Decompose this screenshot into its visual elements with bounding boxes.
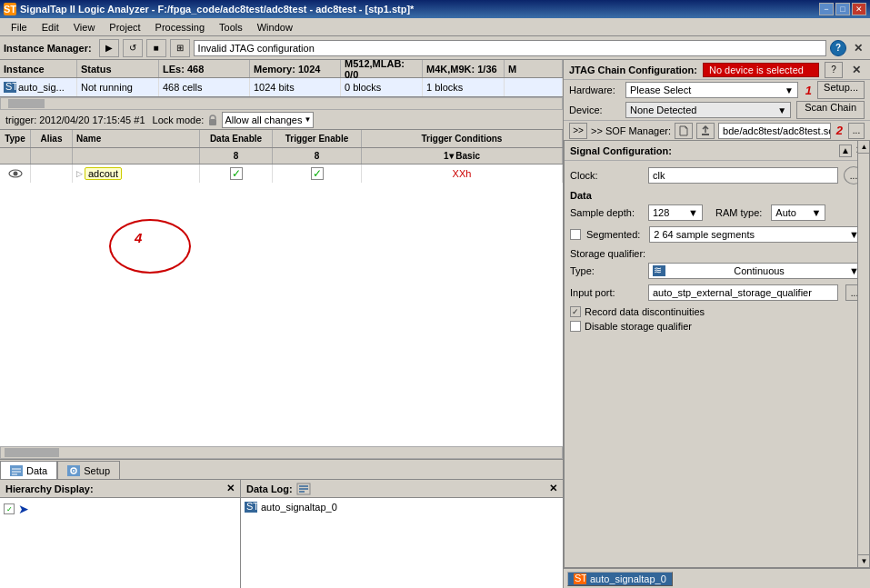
- trigger-enable-checkbox[interactable]: ✓: [311, 167, 324, 180]
- toolbar-config-button[interactable]: ⊞: [170, 39, 190, 57]
- signal-config-header: Signal Configuration: ▲ ✕: [565, 141, 869, 161]
- sof-btn-1[interactable]: >>: [569, 123, 587, 139]
- input-port-label: Input port:: [570, 287, 643, 298]
- scan-chain-button[interactable]: Scan Chain: [796, 101, 865, 119]
- right-bottom-bar: ST auto_signaltap_0: [564, 568, 870, 588]
- node-trigger-enable-cell: ✓: [273, 164, 362, 183]
- signal-config-vscroll[interactable]: ▲ ▼: [857, 141, 869, 567]
- menu-window[interactable]: Window: [250, 20, 300, 35]
- menu-view[interactable]: View: [66, 20, 103, 35]
- col-m512: M512,MLAB: 0/0: [341, 60, 423, 77]
- menu-project[interactable]: Project: [102, 20, 147, 35]
- eye-icon: [8, 168, 23, 179]
- vscroll-up-btn[interactable]: ▲: [858, 141, 870, 154]
- hardware-dropdown[interactable]: Please Select ▼: [625, 82, 798, 98]
- jtag-help-button[interactable]: ?: [830, 40, 846, 56]
- ram-type-select[interactable]: Auto ▼: [771, 204, 825, 221]
- node-data-row: ▷ adcout ✓ ✓ XXh: [0, 164, 563, 183]
- minimize-button[interactable]: −: [819, 3, 834, 15]
- sc-scroll-up-btn[interactable]: ▲: [839, 145, 852, 157]
- jtag-config-close-btn[interactable]: ✕: [848, 64, 865, 76]
- device-dropdown-arrow: ▼: [777, 105, 786, 115]
- jtag-help-icon-btn[interactable]: ?: [825, 62, 843, 78]
- auto-signaltap-icon: ST: [574, 573, 586, 584]
- menu-file[interactable]: File: [4, 20, 35, 35]
- app-icon: ST: [4, 3, 16, 15]
- node-subheader: 8 8 1▾ Basic: [0, 148, 563, 164]
- record-disc-label: Record data discontinuities: [585, 306, 705, 317]
- storage-qualifier-label-row: Storage qualifier:: [570, 248, 864, 259]
- signal-config-panel: Signal Configuration: ▲ ✕ Clock: clk ...: [564, 140, 870, 568]
- auto-signaltap-tab[interactable]: ST auto_signaltap_0: [567, 572, 673, 586]
- signal-hscroll[interactable]: [0, 446, 563, 459]
- clock-row: Clock: clk ... 3: [570, 166, 864, 184]
- segmented-select[interactable]: 2 64 sample segments ▼: [649, 226, 864, 243]
- svg-text:ST: ST: [246, 502, 257, 512]
- col-m4k: M4K,M9K: 1/36: [423, 60, 505, 77]
- svg-text:≋: ≋: [654, 265, 662, 275]
- annotation-num-4: 4: [135, 230, 142, 245]
- sof-btn-2[interactable]: [675, 123, 693, 139]
- col-instance: Instance: [0, 60, 77, 77]
- menu-edit[interactable]: Edit: [35, 20, 66, 35]
- trigger-timestamp: trigger: 2012/04/20 17:15:45 #1: [5, 115, 145, 125]
- tab-data[interactable]: Data: [0, 461, 57, 479]
- instance-area: Instance Status LEs: 468 Memory: 1024 M5…: [0, 60, 563, 97]
- maximize-button[interactable]: □: [835, 3, 850, 15]
- svg-point-4: [13, 172, 17, 176]
- title-bar: ST SignalTap II Logic Analyzer - F:/fpga…: [0, 0, 870, 18]
- hardware-row: Hardware: Please Select ▼ 1 Setup...: [564, 80, 870, 100]
- hierarchy-checkbox[interactable]: ✓: [4, 503, 15, 514]
- toolbar-run-button[interactable]: ▶: [99, 39, 119, 57]
- trigger-count-label: 1▾ Basic: [362, 148, 563, 164]
- svg-rect-2: [209, 119, 216, 125]
- setup-button[interactable]: Setup...: [817, 81, 865, 99]
- toolbar-stop-button[interactable]: ■: [146, 39, 166, 57]
- ram-type-label: RAM type:: [715, 207, 762, 218]
- sof-btn-3[interactable]: [696, 123, 715, 139]
- hardware-label: Hardware:: [569, 85, 620, 95]
- instance-header-row: Instance Status LEs: 468 Memory: 1024 M5…: [0, 60, 563, 78]
- data-log-item: ST auto_signaltap_0: [245, 502, 337, 513]
- instance-hscroll[interactable]: [0, 97, 563, 110]
- toolbar: Instance Manager: ▶ ↺ ■ ⊞ Invalid JTAG c…: [0, 36, 870, 60]
- node-type-cell: [0, 164, 31, 183]
- hierarchy-arrow-icon: ➤: [18, 502, 29, 516]
- annotation-oval-4: [109, 219, 191, 274]
- col-alias: Alias: [31, 130, 73, 147]
- col-data-enable: Data Enable: [200, 130, 273, 147]
- main-area: Instance Status LEs: 468 Memory: 1024 M5…: [0, 60, 870, 588]
- sample-depth-select[interactable]: 128 ▼: [648, 204, 703, 221]
- disable-storage-checkbox[interactable]: [570, 321, 581, 332]
- svg-text:ST: ST: [575, 573, 586, 583]
- col-status: Status: [77, 60, 159, 77]
- record-disc-checkbox[interactable]: ✓: [570, 306, 581, 317]
- close-button[interactable]: ✕: [852, 3, 866, 15]
- sof-more-button[interactable]: ...: [848, 123, 865, 139]
- jtag-close-button[interactable]: ✕: [850, 42, 866, 55]
- node-name-label: adcout: [85, 167, 122, 180]
- jtag-status-field: Invalid JTAG configuration: [194, 40, 826, 56]
- hierarchy-close-btn[interactable]: ✕: [226, 483, 235, 494]
- menu-processing[interactable]: Processing: [148, 20, 212, 35]
- lock-dropdown[interactable]: Allow all changes ▼: [222, 112, 314, 128]
- no-device-button[interactable]: No device is selected: [703, 63, 819, 77]
- node-name-cell: ▷ adcout: [73, 164, 200, 183]
- sof-manager-label: >> SOF Manager:: [591, 125, 671, 136]
- type-select[interactable]: ≋ Continuous ▼: [648, 263, 864, 279]
- segmented-checkbox[interactable]: [570, 229, 581, 240]
- data-log-item-icon: ST: [245, 502, 257, 513]
- toolbar-back-button[interactable]: ↺: [123, 39, 143, 57]
- data-log-close-btn[interactable]: ✕: [549, 483, 557, 494]
- data-enable-checkbox[interactable]: ✓: [230, 167, 243, 180]
- vscroll-down-btn[interactable]: ▼: [858, 554, 870, 567]
- type-label: Type:: [570, 265, 643, 276]
- device-dropdown[interactable]: None Detected ▼: [625, 102, 791, 118]
- tab-setup[interactable]: Setup: [57, 461, 120, 479]
- col-les: LEs: 468: [159, 60, 250, 77]
- menu-tools[interactable]: Tools: [212, 20, 250, 35]
- expand-icon: ▷: [76, 169, 83, 178]
- segmented-row: Segmented: 2 64 sample segments ▼: [570, 226, 864, 243]
- annotation-num-1: 1: [805, 84, 812, 97]
- lock-mode-label: Lock mode:: [153, 115, 205, 125]
